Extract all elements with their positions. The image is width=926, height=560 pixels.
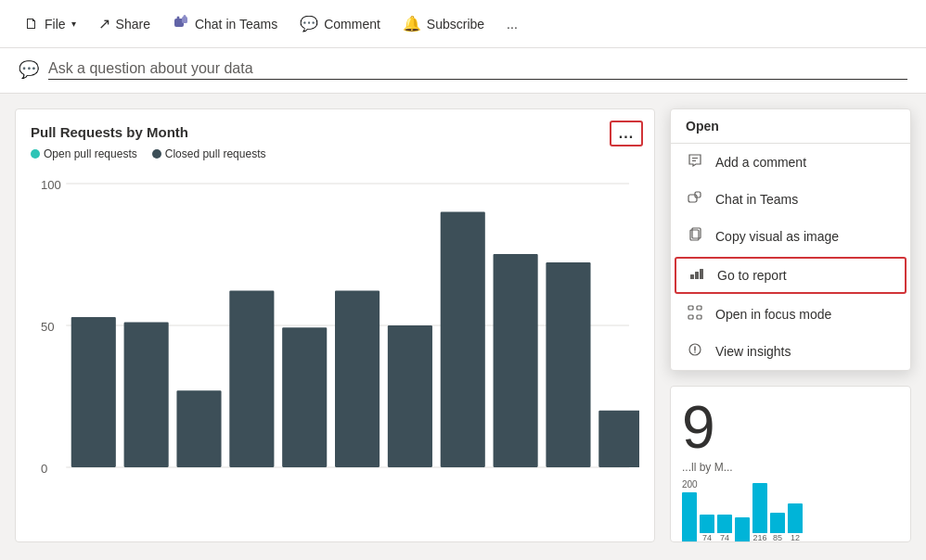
- svg-rect-31: [697, 306, 701, 310]
- svg-rect-16: [388, 325, 432, 467]
- side-card-number: 9: [682, 398, 733, 457]
- pull-requests-chart-card: Pull Requests by Month Open pull request…: [15, 108, 655, 542]
- svg-text:100: 100: [41, 177, 61, 191]
- menu-add-comment[interactable]: Add a comment: [671, 144, 910, 181]
- file-label: File: [45, 17, 66, 32]
- chat-teams-menu-icon: [686, 190, 704, 209]
- legend-open: Open pull requests: [31, 147, 137, 160]
- svg-rect-14: [282, 327, 327, 467]
- subscribe-icon: 🔔: [403, 15, 421, 32]
- chat-teams-menu-label: Chat in Teams: [715, 192, 798, 207]
- bar-chart-svg: 100 50 0: [31, 168, 639, 483]
- teams-icon: [173, 14, 189, 34]
- svg-point-36: [694, 351, 696, 353]
- comment-icon: 💬: [300, 15, 318, 32]
- mini-bar-label-85: 85: [773, 533, 782, 542]
- svg-rect-18: [494, 254, 538, 467]
- mini-bar-label-74a: 74: [702, 533, 712, 542]
- mini-bar-label-12: 12: [791, 533, 800, 542]
- chat-teams-label: Chat in Teams: [195, 17, 277, 32]
- file-chevron-icon: ▾: [71, 19, 76, 29]
- bar-chart: 100 50 0: [31, 168, 639, 483]
- svg-point-3: [176, 16, 179, 19]
- svg-rect-33: [697, 315, 701, 319]
- legend-closed-label: Closed pull requests: [165, 147, 266, 160]
- qa-input[interactable]: Ask a question about your data: [48, 60, 907, 80]
- qa-icon: 💬: [19, 59, 39, 80]
- menu-go-to-report[interactable]: Go to report: [675, 257, 907, 294]
- go-to-report-label: Go to report: [717, 268, 787, 283]
- svg-rect-27: [690, 274, 694, 279]
- view-insights-label: View insights: [715, 344, 791, 359]
- menu-chat-teams[interactable]: Chat in Teams: [671, 181, 910, 218]
- legend-open-label: Open pull requests: [44, 147, 137, 160]
- mini-bar-label-216: 216: [752, 533, 766, 542]
- svg-rect-1: [182, 17, 187, 23]
- main-content: Pull Requests by Month Open pull request…: [0, 94, 926, 557]
- copy-visual-label: Copy visual as image: [715, 229, 839, 244]
- chart-title: Pull Requests by Month: [31, 124, 639, 140]
- comment-button[interactable]: 💬 Comment: [290, 9, 390, 38]
- chart-more-button[interactable]: ...: [610, 121, 643, 146]
- focus-mode-label: Open in focus mode: [715, 307, 831, 322]
- add-comment-label: Add a comment: [715, 155, 806, 170]
- file-icon: 🗋: [24, 16, 39, 32]
- svg-rect-23: [688, 195, 697, 202]
- add-comment-icon: [686, 153, 704, 172]
- chart-legend: Open pull requests Closed pull requests: [31, 147, 639, 160]
- context-menu: Open Add a comment: [670, 108, 911, 371]
- svg-rect-28: [695, 272, 699, 279]
- share-label: Share: [116, 17, 150, 32]
- share-icon: ↗: [98, 15, 110, 32]
- svg-rect-15: [335, 291, 379, 467]
- focus-mode-icon: [686, 305, 704, 324]
- menu-focus-mode[interactable]: Open in focus mode: [671, 296, 910, 333]
- qa-bar: 💬 Ask a question about your data: [0, 48, 926, 94]
- more-button[interactable]: ...: [497, 11, 527, 37]
- file-button[interactable]: 🗋 File ▾: [15, 10, 85, 38]
- mini-bar-label-74b: 74: [720, 533, 729, 542]
- svg-rect-19: [546, 262, 590, 467]
- svg-rect-20: [598, 411, 639, 467]
- right-panel: Open Add a comment: [670, 108, 911, 542]
- svg-rect-32: [688, 315, 693, 319]
- context-menu-header: Open: [671, 109, 910, 144]
- small-chart-card: 9 ...ll by M... 200 74: [670, 386, 911, 542]
- open-dot: [31, 149, 40, 159]
- svg-rect-10: [71, 317, 116, 467]
- svg-rect-30: [688, 306, 693, 310]
- subscribe-button[interactable]: 🔔 Subscribe: [393, 9, 494, 38]
- comment-label: Comment: [324, 17, 380, 32]
- subscribe-label: Subscribe: [427, 17, 484, 32]
- closed-dot: [152, 149, 161, 159]
- menu-copy-visual[interactable]: Copy visual as image: [671, 218, 910, 255]
- svg-rect-13: [229, 291, 274, 467]
- copy-visual-icon: [686, 227, 704, 246]
- svg-text:0: 0: [41, 461, 47, 475]
- menu-view-insights[interactable]: View insights: [671, 333, 910, 370]
- svg-point-2: [183, 15, 186, 18]
- svg-rect-29: [700, 269, 703, 279]
- side-card-title: ...ll by M...: [682, 461, 733, 474]
- svg-text:50: 50: [41, 319, 55, 333]
- view-insights-icon: [686, 342, 704, 361]
- share-button[interactable]: ↗ Share: [89, 9, 160, 38]
- legend-closed: Closed pull requests: [152, 147, 266, 160]
- more-label: ...: [507, 17, 518, 32]
- svg-rect-17: [441, 212, 485, 467]
- go-to-report-icon: [688, 266, 706, 285]
- toolbar: 🗋 File ▾ ↗ Share Chat in Teams 💬 Comment…: [0, 0, 926, 48]
- svg-rect-11: [124, 323, 169, 467]
- chart-more-label: ...: [619, 125, 634, 142]
- svg-rect-12: [176, 390, 221, 467]
- chat-teams-button[interactable]: Chat in Teams: [163, 8, 287, 40]
